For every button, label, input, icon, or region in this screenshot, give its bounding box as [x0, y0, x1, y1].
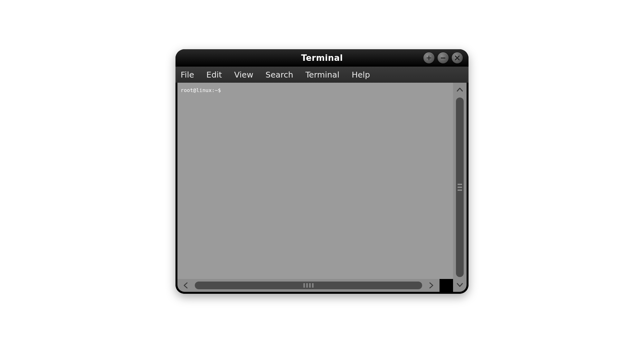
chevron-up-icon: [456, 87, 463, 94]
vertical-scroll-grip: [458, 184, 462, 191]
scroll-down-button[interactable]: [455, 280, 464, 289]
menu-search[interactable]: Search: [265, 69, 294, 81]
scroll-up-button[interactable]: [455, 85, 464, 95]
scroll-left-button[interactable]: [181, 281, 192, 290]
horizontal-scroll-track[interactable]: [195, 282, 422, 289]
menu-view[interactable]: View: [233, 69, 254, 81]
menu-help[interactable]: Help: [351, 69, 371, 81]
menu-edit[interactable]: Edit: [206, 69, 223, 81]
terminal-window: Terminal File Edit View Search Terminal …: [175, 49, 469, 294]
content-column: root@linux:~$: [177, 83, 453, 292]
scrollbar-corner: [440, 279, 453, 292]
terminal-output-area[interactable]: root@linux:~$: [177, 83, 453, 279]
minimize-button[interactable]: [438, 52, 449, 63]
window-controls: [423, 52, 463, 63]
client-area: root@linux:~$: [175, 83, 469, 294]
close-button[interactable]: [452, 52, 463, 63]
titlebar: Terminal: [175, 49, 469, 67]
minus-icon: [440, 55, 446, 61]
vertical-scrollbar[interactable]: [453, 83, 467, 292]
scroll-right-button[interactable]: [425, 281, 436, 290]
close-icon: [454, 55, 460, 61]
menubar: File Edit View Search Terminal Help: [175, 67, 469, 83]
chevron-left-icon: [183, 282, 190, 289]
chevron-right-icon: [427, 282, 434, 289]
menu-file[interactable]: File: [180, 69, 195, 81]
window-title: Terminal: [301, 53, 343, 63]
terminal-prompt: root@linux:~$: [177, 83, 453, 98]
horizontal-scroll-grip: [304, 283, 314, 288]
chevron-down-icon: [456, 281, 463, 288]
vertical-scroll-track[interactable]: [456, 97, 464, 277]
horizontal-scrollbar[interactable]: [177, 279, 440, 292]
svg-rect-0: [441, 58, 445, 59]
maximize-button[interactable]: [423, 52, 434, 63]
plus-icon: [426, 55, 432, 61]
menu-terminal[interactable]: Terminal: [305, 69, 340, 81]
